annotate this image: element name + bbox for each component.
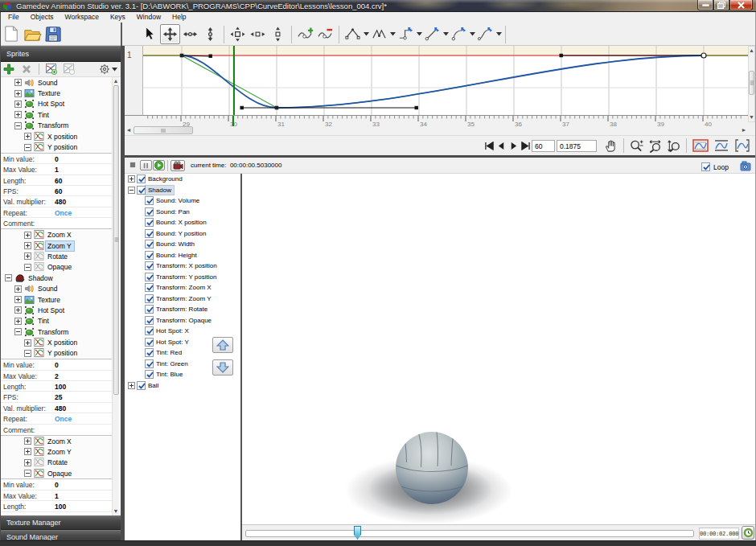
sprite-tree-label[interactable]: Opaque xyxy=(46,469,74,478)
dropdown-caret-icon[interactable] xyxy=(363,25,369,44)
sprite-tree-item-zoom-y[interactable]: Zoom Y xyxy=(0,240,112,251)
timeline-track-transform-rotate[interactable]: Transform: Rotate xyxy=(125,304,240,315)
scrollbar-thumb[interactable] xyxy=(113,85,119,395)
expand-icon[interactable] xyxy=(14,306,22,314)
sprites-scrollbar[interactable]: ▲ ▼ xyxy=(112,77,119,515)
sprite-tree-label[interactable]: Transform xyxy=(36,327,71,337)
curve-plot[interactable] xyxy=(142,46,748,115)
timeline-track-background[interactable]: Background xyxy=(125,174,240,185)
timeline-track-transform-y-position[interactable]: Transform: Y position xyxy=(125,272,240,283)
move-horizontal-button[interactable] xyxy=(180,24,200,44)
expand-icon[interactable] xyxy=(128,175,135,183)
dropdown-caret-icon[interactable] xyxy=(469,25,475,44)
keyframes[interactable] xyxy=(180,53,706,109)
track-visible-checkbox[interactable] xyxy=(145,273,154,281)
sprite-tree-item-zoom-x[interactable]: Zoom X xyxy=(0,229,112,240)
expand-icon[interactable] xyxy=(24,459,31,466)
collapse-icon[interactable] xyxy=(24,470,31,477)
loop-checkbox[interactable] xyxy=(701,162,710,171)
expand-icon[interactable] xyxy=(24,133,31,140)
scroll-up-arrow[interactable]: ▲ xyxy=(113,78,119,84)
next-frame-button[interactable] xyxy=(509,142,518,150)
dropdown-caret-icon[interactable] xyxy=(442,25,449,44)
sprite-tree-item-zoom-x[interactable]: Zoom X xyxy=(0,436,112,446)
sprite-tree-label[interactable]: X position xyxy=(46,132,80,142)
scroll-down-arrow[interactable]: ▼ xyxy=(749,114,754,121)
pan-hand-button[interactable] xyxy=(604,139,618,153)
expand-icon[interactable] xyxy=(14,101,22,108)
scale-tool-button[interactable] xyxy=(228,24,248,44)
sprite-tree-item-rotate[interactable]: Rotate xyxy=(0,251,112,261)
sprite-tree-item-opaque[interactable]: Opaque xyxy=(0,262,112,273)
expand-icon[interactable] xyxy=(14,79,22,86)
expand-icon[interactable] xyxy=(14,285,22,293)
sprite-tree-item-hot-spot[interactable]: Hot Spot xyxy=(0,305,112,315)
track-label[interactable]: Sound: Pan xyxy=(154,207,192,216)
new-file-button[interactable] xyxy=(2,24,21,44)
duration-clock-button[interactable] xyxy=(742,526,754,540)
sprite-tree-label[interactable]: Opaque xyxy=(46,262,74,272)
menu-workspace[interactable]: Workspace xyxy=(60,12,105,23)
menu-keys[interactable]: Keys xyxy=(105,12,131,23)
sprite-tree-item-zoom-y[interactable]: Zoom Y xyxy=(0,446,112,457)
track-label[interactable]: Hot Spot: Y xyxy=(154,338,191,347)
curve-vertical-scrollbar[interactable]: ▲ ▼ xyxy=(748,46,755,122)
track-label[interactable]: Background xyxy=(146,174,185,183)
track-label[interactable]: Tint: Red xyxy=(154,348,184,357)
track-visible-checkbox[interactable] xyxy=(145,240,154,248)
track-visible-checkbox[interactable] xyxy=(145,338,154,347)
collapse-icon[interactable] xyxy=(5,274,12,281)
track-label[interactable]: Tint: Blue xyxy=(154,370,186,379)
render-button[interactable] xyxy=(171,160,185,171)
sprite-tree-item-transform[interactable]: Transform xyxy=(0,326,112,337)
panel-settings-button[interactable] xyxy=(99,64,117,75)
sprite-tree-item-tint[interactable]: Tint xyxy=(0,316,112,326)
sprite-tree-label[interactable]: Y position xyxy=(46,142,80,152)
sprite-tree-item-rotate[interactable]: Rotate xyxy=(0,458,112,468)
tangent-step-button[interactable] xyxy=(396,24,416,44)
zoom-horizontal-button[interactable] xyxy=(648,139,662,153)
track-visible-checkbox[interactable] xyxy=(145,251,154,260)
sprite-tree-label[interactable]: Rotate xyxy=(46,458,70,467)
sprite-tree-label[interactable]: Zoom X xyxy=(46,437,74,446)
sprite-tree-label[interactable]: Texture xyxy=(36,295,63,305)
scale-vertical-button[interactable] xyxy=(268,24,288,44)
expand-icon[interactable] xyxy=(24,232,31,239)
key-value-field[interactable] xyxy=(557,140,597,152)
sprite-tree-label[interactable]: Tint xyxy=(36,110,51,120)
copy-curve-button[interactable] xyxy=(60,62,78,76)
track-label[interactable]: Bound: X position xyxy=(154,218,209,227)
menu-window[interactable]: Window xyxy=(131,12,166,23)
track-label[interactable]: Transform: Rotate xyxy=(154,305,210,314)
open-file-button[interactable] xyxy=(23,24,42,44)
track-visible-checkbox[interactable] xyxy=(145,305,154,314)
track-label[interactable]: Tint: Green xyxy=(154,359,191,368)
scroll-left-arrow[interactable]: ◄ xyxy=(125,127,133,133)
track-visible-checkbox[interactable] xyxy=(137,186,146,195)
track-visible-checkbox[interactable] xyxy=(145,218,154,227)
expand-icon[interactable] xyxy=(24,339,31,347)
property-value[interactable]: Once xyxy=(55,415,72,423)
curve-brackets-toggle[interactable] xyxy=(733,138,751,154)
sprite-tree-item-texture[interactable]: Texture xyxy=(0,88,112,98)
sprite-tree-item-tint[interactable]: Tint xyxy=(0,109,112,120)
track-visible-checkbox[interactable] xyxy=(145,359,154,368)
track-visible-checkbox[interactable] xyxy=(137,174,146,183)
timeline-track-bound-x-position[interactable]: Bound: X position xyxy=(125,217,240,228)
dropdown-caret-icon[interactable] xyxy=(416,25,422,44)
sprite-tree-label[interactable]: Rotate xyxy=(46,252,70,261)
dropdown-caret-icon[interactable] xyxy=(389,25,396,44)
timeline-track-bound-y-position[interactable]: Bound: Y position xyxy=(125,228,240,240)
sprite-tree-item-x-position[interactable]: X position xyxy=(0,131,112,142)
sprite-tree-item-y-position[interactable]: Y position xyxy=(0,348,112,359)
track-label[interactable]: Bound: Height xyxy=(154,251,199,260)
pause-button[interactable] xyxy=(140,160,152,170)
scroll-up-arrow[interactable]: ▲ xyxy=(749,47,754,54)
save-file-button[interactable] xyxy=(43,24,63,44)
move-tool-button[interactable] xyxy=(160,24,180,44)
track-label[interactable]: Transform: Opaque xyxy=(154,316,214,325)
preview-time-slider[interactable] xyxy=(245,530,694,537)
menu-file[interactable]: File xyxy=(0,12,25,23)
move-vertical-button[interactable] xyxy=(200,24,220,44)
track-visible-checkbox[interactable] xyxy=(145,229,154,238)
